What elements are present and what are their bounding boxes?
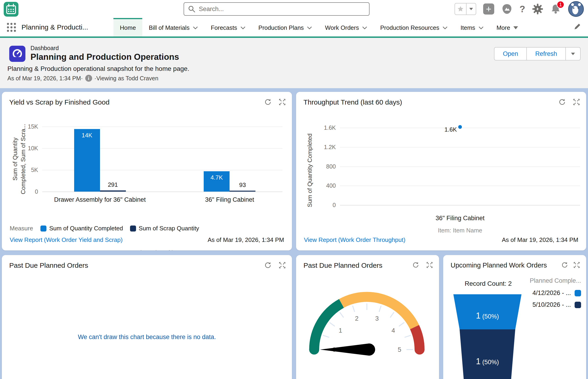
setup-gear-icon[interactable]	[532, 3, 543, 15]
x-category-label: 36" Filing Cabinet	[400, 215, 520, 222]
favorites-button-group[interactable]	[455, 3, 476, 15]
bar-sum-of-scrap-quantity-0[interactable]	[100, 190, 126, 191]
global-search[interactable]	[184, 2, 370, 16]
legend-item-sum-of-scrap-quantity[interactable]: Sum of Scrap Quantity	[130, 225, 199, 232]
expand-icon[interactable]	[573, 262, 580, 268]
x-category-label: 36" Filing Cabinet	[169, 196, 290, 203]
favorites-dropdown-icon[interactable]	[466, 3, 476, 15]
card-asof: As of Mar 19, 2026, 1:34 PM	[208, 236, 284, 243]
tab-label: Forecasts	[211, 24, 237, 32]
record-type-label: Dashboard	[31, 45, 59, 51]
caret-down-icon	[513, 26, 518, 29]
refresh-icon[interactable]	[558, 98, 566, 106]
expand-icon[interactable]	[426, 262, 433, 268]
y-tick-label: 10K	[28, 145, 38, 152]
gridline	[340, 147, 580, 147]
gridline	[340, 166, 580, 167]
tab-label: Production Plans	[259, 24, 304, 32]
edit-nav-pencil-icon[interactable]	[573, 23, 581, 32]
chevron-down-icon	[240, 26, 245, 30]
data-point-label: 1.6K	[445, 126, 457, 133]
tab-work-orders[interactable]: Work Orders	[318, 18, 374, 36]
bar-sum-of-scrap-quantity-1[interactable]	[229, 191, 255, 191]
tab-label: Home	[120, 24, 136, 32]
refresh-icon[interactable]	[412, 262, 419, 268]
card-yield-vs-scrap: Yield vs Scrap by Finished Good Sum of Q…	[2, 92, 292, 251]
tab-more[interactable]: More	[490, 18, 524, 36]
avatar-eye	[573, 7, 574, 9]
legend-swatch	[575, 290, 581, 296]
data-point[interactable]	[458, 125, 462, 129]
x-axis-title: Item: Item Name	[42, 249, 282, 251]
info-icon[interactable]: i	[85, 75, 92, 82]
avatar-ear	[578, 3, 581, 6]
bar-value-label: 14K	[74, 132, 100, 139]
global-actions-plus-icon[interactable]: +	[483, 3, 494, 15]
bar-value-label: 4.7K	[204, 174, 229, 181]
user-avatar[interactable]	[568, 1, 584, 17]
chevron-down-icon	[362, 26, 367, 30]
card-title: Past Due Planned Orders	[303, 262, 382, 269]
funnel-chart: 1 (50%)1 (50%)	[453, 294, 522, 379]
app-launcher-waffle-icon[interactable]	[7, 23, 16, 32]
tab-home[interactable]: Home	[114, 18, 142, 36]
legend-label: 4/12/2026 - ...	[532, 289, 571, 297]
asof-text: As of Mar 19, 2026, 1:34 PM·	[7, 75, 83, 82]
app-launcher-calendar-icon[interactable]	[4, 2, 18, 17]
open-button[interactable]: Open	[494, 47, 526, 60]
card-title: Upcoming Planned Work Orders	[451, 262, 547, 269]
tab-forecasts[interactable]: Forecasts	[204, 18, 252, 36]
tab-label: Items	[460, 24, 475, 32]
trailhead-icon[interactable]	[501, 3, 513, 15]
svg-text:3: 3	[375, 315, 379, 322]
view-report-link[interactable]: View Report (Work Order Yield and Scrap)	[10, 236, 123, 243]
gridline	[340, 186, 580, 186]
funnel-segment-1[interactable]: 1 (50%)	[453, 329, 522, 379]
search-icon	[188, 6, 195, 13]
funnel-segment-0[interactable]: 1 (50%)	[453, 294, 522, 329]
y-tick-label: 0	[333, 202, 336, 208]
expand-icon[interactable]	[573, 98, 580, 106]
chevron-down-icon	[307, 26, 312, 30]
app-navigation-bar: Planning & Producti... HomeBill of Mater…	[0, 18, 588, 38]
funnel-legend-item-5-10-2026[interactable]: 5/10/2026 - ...	[530, 301, 581, 308]
funnel-legend-item-4-12-2026[interactable]: 4/12/2026 - ...	[530, 289, 581, 297]
expand-icon[interactable]	[278, 98, 286, 106]
tab-production-plans[interactable]: Production Plans	[252, 18, 319, 36]
view-report-link[interactable]: View Report (Work Order Throughput)	[304, 236, 405, 243]
legend-swatch	[130, 225, 136, 232]
refresh-icon[interactable]	[264, 98, 272, 106]
dashboard-icon	[9, 46, 25, 62]
tab-bill-of-materials[interactable]: Bill of Materials	[142, 18, 204, 36]
favorite-star-icon[interactable]	[455, 3, 466, 15]
tab-items[interactable]: Items	[454, 18, 490, 36]
card-title: Past Due Planned Orders	[9, 262, 88, 269]
refresh-button[interactable]: Refresh	[526, 47, 565, 60]
refresh-icon[interactable]	[561, 262, 568, 268]
card-past-due-gauge: Past Due Planned Orders 012345	[296, 255, 439, 379]
help-icon[interactable]: ?	[520, 4, 525, 14]
funnel-segment-label: 1 (50%)	[453, 311, 522, 321]
refresh-icon[interactable]	[264, 262, 272, 269]
tab-label: Work Orders	[325, 24, 359, 32]
funnel-segment-label: 1 (50%)	[453, 357, 522, 366]
app-name: Planning & Producti...	[21, 23, 102, 31]
no-data-message: We can't draw this chart because there i…	[2, 333, 292, 341]
legend-label: 5/10/2026 - ...	[532, 301, 571, 308]
tab-production-resources[interactable]: Production Resources	[374, 18, 454, 36]
legend-label: Sum of Scrap Quantity	[139, 225, 199, 232]
notification-count-badge: 1	[556, 1, 564, 9]
svg-text:2: 2	[355, 315, 359, 322]
svg-text:5: 5	[398, 346, 401, 353]
bar-value-label: 291	[100, 181, 126, 188]
viewing-as-text: ·Viewing as Todd Craven	[95, 75, 158, 82]
tab-label: Bill of Materials	[149, 24, 189, 32]
avatar-ear	[571, 3, 574, 6]
search-input[interactable]	[198, 5, 365, 13]
calendar-icon	[5, 3, 17, 15]
notifications-bell-icon[interactable]: 1	[550, 3, 561, 15]
more-actions-caret-button[interactable]	[565, 47, 580, 60]
expand-icon[interactable]	[278, 262, 286, 269]
legend-item-sum-of-quantity-completed[interactable]: Sum of Quantity Completed	[40, 225, 123, 232]
gauge-chart[interactable]: 012345	[299, 271, 434, 363]
